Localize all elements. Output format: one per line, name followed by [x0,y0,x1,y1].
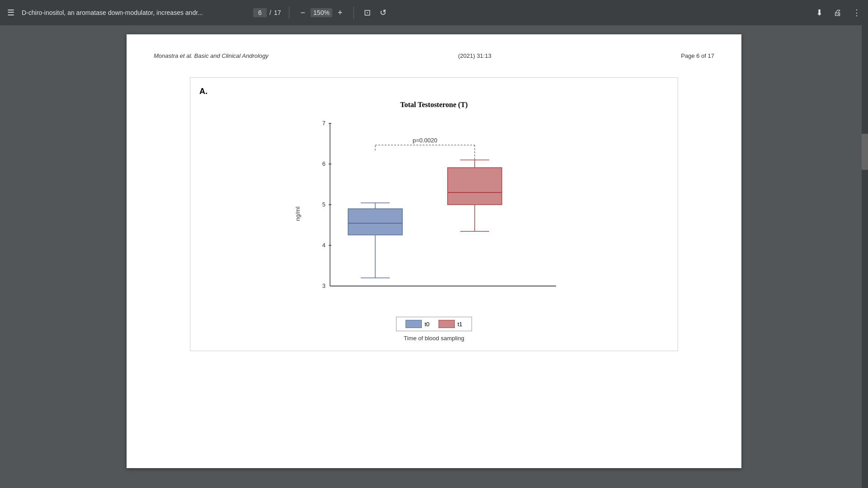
journal-year-vol: (2021) 31:13 [458,52,491,59]
svg-text:6: 6 [322,160,325,167]
pdf-page: Monastra et al. Basic and Clinical Andro… [127,34,741,468]
box-t0 [348,209,402,235]
toolbar: ☰ D-chiro-inositol, an aromatase down-mo… [0,0,868,25]
figure-container: A. Total Testosterone (T) ng/ml [190,77,678,351]
legend-label-t0: t0 [425,321,429,328]
print-button[interactable]: 🖨 [832,6,844,19]
svg-text:p=0.0020: p=0.0020 [412,137,437,144]
scrollbar[interactable] [862,25,868,488]
svg-text:5: 5 [322,201,325,208]
box-t1 [448,168,502,205]
divider-1 [289,6,289,19]
fit-page-button[interactable]: ⊡ [362,6,373,19]
scrollbar-thumb[interactable] [862,134,868,170]
document-title: D-chiro-inositol, an aromatase down-modu… [22,9,248,16]
download-button[interactable]: ⬇ [814,6,825,19]
legend-label-t1: t1 [458,321,462,328]
zoom-out-button[interactable]: − [297,7,308,19]
zoom-controls: − + [297,7,345,19]
page-info: Page 6 of 17 [681,52,714,59]
legend-item-t1: t1 [439,320,462,328]
svg-text:7: 7 [322,120,325,127]
svg-text:4: 4 [322,242,325,249]
x-axis-label: Time of blood sampling [404,335,464,342]
page-total: 17 [274,9,281,16]
divider-2 [354,6,354,19]
citation-text: Monastra et al. Basic and Clinical Andro… [154,52,269,59]
legend-box-t0 [406,320,422,328]
history-button[interactable]: ↺ [378,6,388,19]
toolbar-right-actions: ⬇ 🖨 ⋮ [814,6,863,19]
legend-box-t1 [439,320,455,328]
page-header: Monastra et al. Basic and Clinical Andro… [154,52,714,59]
figure-label: A. [199,87,669,96]
menu-icon[interactable]: ☰ [5,6,16,19]
zoom-in-button[interactable]: + [335,7,345,19]
page-number-input[interactable] [253,8,267,17]
chart-title: Total Testosterone (T) [400,101,467,109]
y-axis-label: ng/ml [294,114,301,313]
chart-legend: t0 t1 [396,317,472,331]
chart-area: Total Testosterone (T) ng/ml [199,101,669,342]
page-navigation: / 17 [253,8,281,17]
page-separator: / [269,9,271,16]
zoom-level-input[interactable] [311,8,332,17]
legend-item-t0: t0 [406,320,429,328]
svg-text:3: 3 [322,282,325,289]
chart-svg: 7 6 5 4 3 [303,114,574,313]
more-options-button[interactable]: ⋮ [851,6,863,19]
page-area: Monastra et al. Basic and Clinical Andro… [0,25,868,477]
